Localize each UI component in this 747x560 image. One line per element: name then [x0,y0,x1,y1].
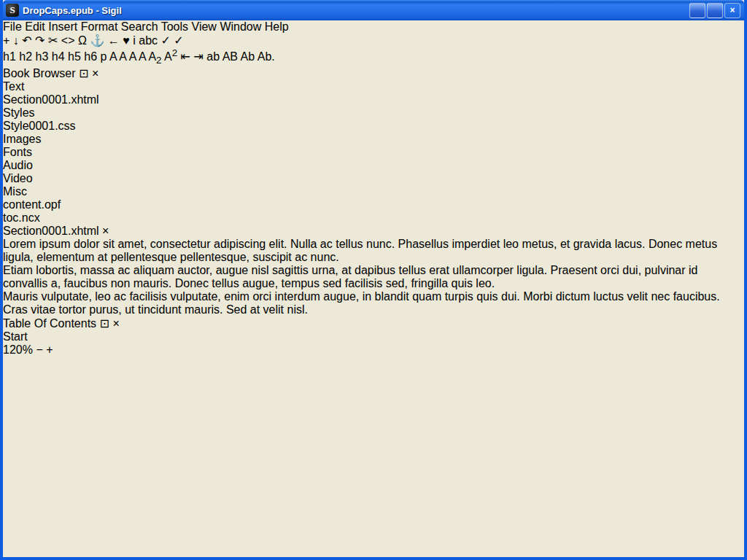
panel-header-buttons: ⊡ × [79,67,98,79]
tree-item-styles-folder[interactable]: Styles [3,106,744,120]
dropcap-image-L: L [3,238,9,250]
toc-item-start[interactable]: Start [3,330,744,343]
subscript-button[interactable]: A2 [148,50,161,63]
zoom-in-button[interactable]: + [46,343,53,356]
italic-icon: A [119,50,126,63]
tab-close-button[interactable]: × [102,225,109,237]
special-character-button[interactable]: Ω [78,34,87,47]
spellcheck-button[interactable]: abc ✓ [139,34,174,47]
add-existing-files-button[interactable]: + [3,34,9,47]
tab-section0001[interactable]: Section0001.xhtml × [3,225,109,237]
menu-file[interactable]: File [3,20,22,33]
donate-button[interactable]: ♥ [123,34,130,47]
lowercase-button[interactable]: ab [206,50,220,63]
heading-4-button[interactable]: h4 [52,50,65,63]
menu-edit[interactable]: Edit [25,20,45,33]
tree-item-style0001[interactable]: Style0001.css [3,120,744,133]
tree-item-label: content.opf [3,198,61,211]
window-title: DropCaps.epub - Sigil [23,5,686,16]
heading-1-button[interactable]: h1 [3,50,16,63]
tree-item-video-folder[interactable]: Video [3,172,744,185]
back-button[interactable]: ← [108,34,120,47]
dropcap-image-M: M [3,290,12,303]
menu-format[interactable]: Format [81,20,118,33]
title-bar[interactable]: S DropCaps.epub - Sigil × [3,0,744,20]
minimize-button[interactable] [689,3,705,18]
decrease-indent-button[interactable]: ⇤ [181,50,190,63]
document-editor[interactable]: Lorem ipsum dolor sit amet, consectetur … [3,238,744,316]
menu-help[interactable]: Help [265,20,289,33]
uppercase-button[interactable]: AB [222,50,238,63]
underline-button[interactable]: A [129,50,136,63]
redo-button[interactable]: ↷ [35,34,44,47]
spellcheck-icon: abc ✓ [139,34,174,47]
paragraph: Mauris vulputate, leo ac facilisis vulpu… [3,290,744,316]
editor-column: Section0001.xhtml × Lorem ipsum dolor si… [3,225,744,316]
bold-button[interactable]: A [109,50,117,63]
capitalize-button[interactable]: Ab [241,50,255,63]
tree-item-section0001[interactable]: Section0001.xhtml [3,93,744,106]
float-panel-button[interactable]: ⊡ [100,317,109,330]
zoom-out-button[interactable]: − [36,343,42,356]
toc-item-label: Start [3,330,28,343]
heading-3-button[interactable]: h3 [36,50,49,63]
tree-item-label: Video [3,172,33,184]
tree-item-text-folder[interactable]: Text [3,80,744,93]
tree-item-fonts-folder[interactable]: Fonts [3,146,744,159]
tree-item-content-opf[interactable]: content.opf [3,198,744,211]
dropcap-letter: M [3,290,12,303]
tree-item-images-folder[interactable]: Images [3,133,744,146]
app-window: S DropCaps.epub - Sigil × File Edit Inse… [0,0,747,560]
underline-icon: A [129,50,136,63]
increase-indent-button[interactable]: ⇥ [193,50,203,63]
insert-id-button[interactable]: ⚓ [90,34,104,47]
sigil-logo-letter: S [9,4,15,16]
strikethrough-button[interactable]: A [139,50,146,63]
sigil-app-icon: S [6,4,19,17]
heading-5-button[interactable]: h5 [68,50,81,63]
dropcap-letter: L [3,238,9,250]
superscript-letter: A [164,50,172,63]
menu-search[interactable]: Search [121,20,158,33]
titlecase-button[interactable]: Ab. [258,50,275,63]
strikethrough-icon: A [139,50,146,63]
heading-6-button[interactable]: h6 [84,50,97,63]
tree-item-misc-folder[interactable]: Misc [3,185,744,198]
menu-view[interactable]: View [192,20,217,33]
cut-button[interactable]: ✂ [48,34,58,47]
maximize-button[interactable] [707,3,723,18]
float-panel-button[interactable]: ⊡ [79,67,88,79]
toc-title: Table Of Contents [3,317,96,330]
menu-tools[interactable]: Tools [161,20,188,33]
tree-item-label: Styles [3,106,35,119]
tree-item-label: Images [3,133,41,145]
paragraph: Etiam lobortis, massa ac aliquam auctor,… [3,264,744,290]
menu-insert[interactable]: Insert [48,20,77,33]
validate-button[interactable]: ✓ [174,34,183,47]
italic-button[interactable]: A [119,50,126,63]
tree-item-toc-ncx[interactable]: toc.ncx [3,211,744,225]
tree-item-label: Fonts [3,146,32,158]
heading-2-button[interactable]: h2 [19,50,32,63]
tree-item-audio-folder[interactable]: Audio [3,159,744,172]
close-panel-button[interactable]: × [92,67,98,79]
save-button[interactable]: ↓ [13,34,19,47]
paragraph-button[interactable]: p [101,50,107,63]
menu-window[interactable]: Window [220,20,261,33]
close-button[interactable]: × [724,3,740,18]
metadata-editor-button[interactable]: i [133,34,136,47]
tree-item-label: Misc [3,185,27,198]
table-of-contents-panel: Table Of Contents ⊡ × Start [3,316,744,343]
code-view-button[interactable]: <> [61,34,75,47]
paragraph-text: orem ipsum dolor sit amet, consectetur a… [3,238,717,263]
close-panel-button[interactable]: × [112,317,119,330]
superscript-button[interactable]: A2 [164,50,177,63]
menu-bar: File Edit Insert Format Search Tools Vie… [3,20,744,34]
info-icon: i [133,34,136,47]
undo-button[interactable]: ↶ [22,34,31,47]
subscript-number: 2 [156,55,161,66]
book-browser-header: Book Browser ⊡ × [3,66,744,80]
tree-item-label: Audio [3,159,33,171]
book-browser-title: Book Browser [3,67,76,79]
tab-bar: Section0001.xhtml × [3,225,744,238]
